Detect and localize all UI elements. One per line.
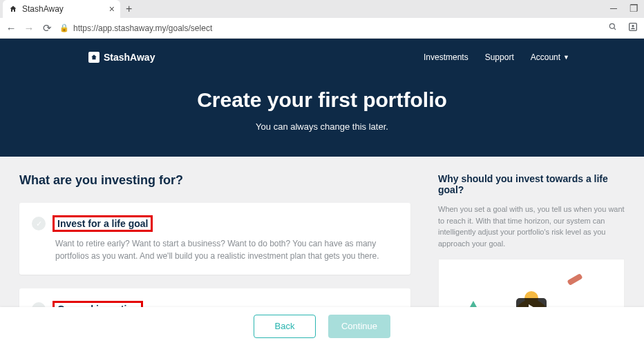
new-tab-button[interactable]: + [126,3,132,15]
profile-icon[interactable] [627,21,638,34]
tab-title: StashAway [22,4,105,14]
reload-icon[interactable]: ⟳ [41,22,53,34]
brand-logo[interactable]: StashAway [88,52,155,63]
card-title-life-goal: Invest for a life goal [53,215,153,232]
continue-button[interactable]: Continue [328,315,390,338]
forward-icon[interactable]: → [23,22,35,34]
svg-line-1 [614,28,616,30]
sidebar-desc: When you set a goal with us, you tell us… [438,204,625,249]
card-desc-life-goal: Want to retire early? Want to start a bu… [55,237,395,262]
window-maximize-icon[interactable]: ❐ [629,3,638,14]
brand-name: StashAway [104,52,155,63]
browser-toolbar: ← → ⟳ 🔒 https://app.stashaway.my/goals/s… [0,18,644,39]
bar-shape-icon [567,273,583,286]
nav-investments[interactable]: Investments [424,52,468,62]
url-text: https://app.stashaway.my/goals/select [73,23,212,33]
window-minimize-icon[interactable]: ─ [610,3,617,14]
check-icon: ✓ [32,217,46,230]
question-heading: What are you investing for? [19,173,410,188]
svg-point-3 [632,25,634,27]
address-bar[interactable]: 🔒 https://app.stashaway.my/goals/select [59,23,601,33]
nav-support[interactable]: Support [485,52,514,62]
footer-actions: Back Continue [0,307,644,345]
page-subtitle: You can always change this later. [19,121,625,132]
brand-icon [88,52,100,63]
back-icon[interactable]: ← [6,22,17,34]
site-favicon [8,4,18,14]
option-card-life-goal[interactable]: ✓ Invest for a life goal Want to retire … [19,203,410,275]
back-button[interactable]: Back [254,315,316,338]
hero-section: StashAway Investments Support Account ▼ … [0,39,644,157]
lock-icon: 🔒 [59,23,69,32]
sidebar-heading: Why should you invest towards a life goa… [438,173,625,195]
browser-tab-strip: StashAway × + ─ ❐ [0,0,644,18]
top-nav: StashAway Investments Support Account ▼ [19,46,625,69]
chevron-down-icon: ▼ [563,54,569,61]
zoom-icon[interactable] [608,22,618,34]
nav-account-label: Account [531,52,560,62]
close-tab-icon[interactable]: × [109,3,115,14]
nav-account[interactable]: Account ▼ [531,52,569,62]
page-title: Create your first portfolio [19,88,625,112]
browser-tab[interactable]: StashAway × [3,0,120,18]
